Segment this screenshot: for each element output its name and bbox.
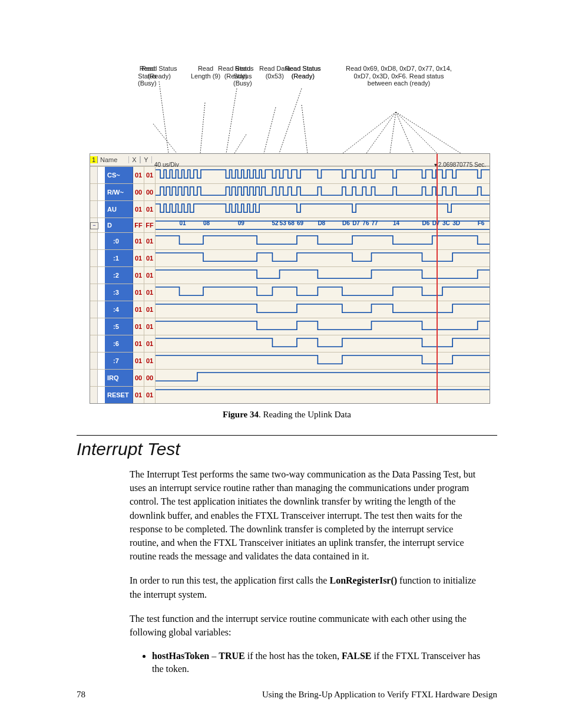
svg-line-6 <box>279 88 302 153</box>
signal-y: 01 <box>144 267 156 284</box>
waveform <box>156 387 490 403</box>
signal-y: 01 <box>144 167 156 183</box>
page-number: 78 <box>77 690 85 700</box>
signal-name: :1 <box>105 250 133 266</box>
svg-line-13 <box>396 112 461 153</box>
signal-y: 01 <box>144 318 156 335</box>
signal-y: 01 <box>144 201 156 218</box>
waveform <box>156 301 490 318</box>
signal-y: 01 <box>144 301 156 318</box>
figure-annotations: Read Status (Ready) Read Status (Busy) R… <box>90 65 490 153</box>
signal-name: :3 <box>105 284 133 301</box>
signal-x: 00 <box>133 370 144 386</box>
signal-y: 01 <box>144 353 156 369</box>
waveform: 01080952536869D8D6D7767714D6D73C3DF6 <box>156 218 490 232</box>
waveform <box>156 370 490 386</box>
waveform <box>156 184 490 200</box>
svg-line-8 <box>343 112 396 153</box>
logic-analyzer-panel: 1 Name X Y 40 us/Div 2.069870775 Sec. CS… <box>90 153 490 404</box>
svg-line-3 <box>226 88 237 153</box>
signal-y: 01 <box>144 387 156 403</box>
signal-x: 01 <box>133 233 144 249</box>
signal-x: 01 <box>133 335 144 352</box>
signal-name: R/W~ <box>105 184 133 200</box>
svg-line-11 <box>396 112 414 153</box>
signal-y: 01 <box>144 335 156 352</box>
signal-x: FF <box>133 218 144 232</box>
signal-x: 01 <box>133 318 144 335</box>
signal-x: 01 <box>133 201 144 218</box>
signal-name: IRQ <box>105 370 133 386</box>
section-heading: Interrupt Test <box>77 439 497 459</box>
signal-row: R/W~0000 <box>90 183 490 200</box>
signal-row: RESET0101 <box>90 386 490 403</box>
page-footer: 78 Using the Bring-Up Application to Ver… <box>77 690 497 700</box>
svg-line-10 <box>390 112 396 153</box>
leader-lines <box>90 65 490 153</box>
svg-line-0 <box>159 81 168 153</box>
signal-x: 01 <box>133 167 144 183</box>
signal-y: FF <box>144 218 156 232</box>
la-channel-index: 1 <box>90 156 98 163</box>
signal-y: 00 <box>144 184 156 200</box>
svg-line-7 <box>302 105 308 153</box>
signal-x: 00 <box>133 184 144 200</box>
waveform <box>156 201 490 218</box>
waveform <box>156 335 490 352</box>
signal-name: :6 <box>105 335 133 352</box>
signal-name: :5 <box>105 318 133 335</box>
signal-y: 01 <box>144 250 156 266</box>
svg-line-4 <box>234 134 246 153</box>
signal-row: :60101 <box>90 335 490 352</box>
signal-name: CS~ <box>105 167 133 183</box>
paragraph-2: In order to run this test, the applicati… <box>130 574 480 601</box>
waveform <box>156 353 490 369</box>
signal-row: AU0101 <box>90 200 490 218</box>
figure-caption: Figure 34. Reading the Uplink Data <box>77 410 497 420</box>
signal-row: :30101 <box>90 284 490 301</box>
waveform <box>156 250 490 266</box>
logic-analyzer-figure: Read Status (Ready) Read Status (Busy) R… <box>90 65 490 404</box>
signal-row: :50101 <box>90 318 490 335</box>
globals-list: hostHasToken – TRUE if the host has the … <box>152 650 482 676</box>
signal-row: −DFFFF01080952536869D8D6D7767714D6D73C3D… <box>90 218 490 232</box>
paragraph-1: The Interrupt Test performs the same two… <box>130 467 480 563</box>
waveform <box>156 233 490 249</box>
waveform <box>156 318 490 335</box>
footer-title: Using the Bring-Up Application to Verify… <box>262 690 497 700</box>
signal-row: :10101 <box>90 249 490 266</box>
svg-line-2 <box>200 103 205 153</box>
paragraph-3: The test function and the interrupt serv… <box>130 612 480 639</box>
signal-name: AU <box>105 201 133 218</box>
signal-x: 01 <box>133 301 144 318</box>
signal-y: 01 <box>144 284 156 301</box>
signal-name: :7 <box>105 353 133 369</box>
waveform <box>156 284 490 301</box>
signal-x: 01 <box>133 267 144 284</box>
svg-line-5 <box>264 107 276 153</box>
la-y-col: Y <box>140 156 152 163</box>
signal-x: 01 <box>133 387 144 403</box>
signal-name: D <box>105 218 133 232</box>
signal-row: :00101 <box>90 232 490 249</box>
svg-line-9 <box>366 112 396 153</box>
signal-name: :0 <box>105 233 133 249</box>
signal-row: CS~0101 <box>90 166 490 183</box>
la-name-col: Name <box>98 156 128 163</box>
signal-x: 01 <box>133 284 144 301</box>
signal-row: :70101 <box>90 352 490 369</box>
signal-x: 01 <box>133 250 144 266</box>
section-rule <box>77 435 497 436</box>
signal-name: RESET <box>105 387 133 403</box>
waveform <box>156 167 490 183</box>
signal-y: 01 <box>144 233 156 249</box>
waveform <box>156 267 490 284</box>
signal-row: IRQ0000 <box>90 369 490 386</box>
la-x-col: X <box>128 156 140 163</box>
signal-name: :2 <box>105 267 133 284</box>
signal-x: 01 <box>133 353 144 369</box>
signal-row: :20101 <box>90 266 490 284</box>
signal-y: 00 <box>144 370 156 386</box>
svg-line-12 <box>396 112 437 153</box>
signal-name: :4 <box>105 301 133 318</box>
